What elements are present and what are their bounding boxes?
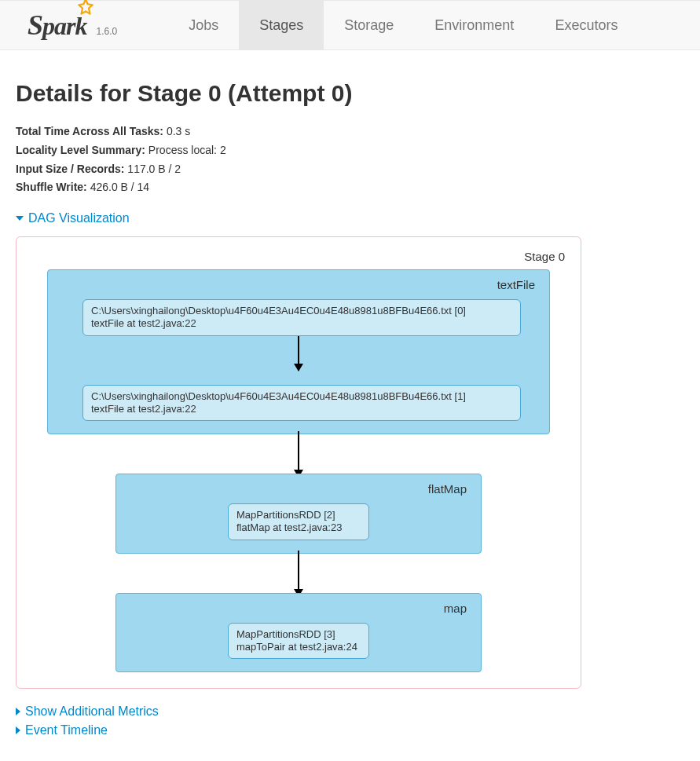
toggle-event-timeline-label: Event Timeline xyxy=(25,723,108,737)
dag-stage-label: Stage 0 xyxy=(32,250,565,263)
brand[interactable]: Spark 1.6.0 xyxy=(27,9,117,42)
dag-cluster-flatmap-label: flatMap xyxy=(127,482,470,496)
toggle-event-timeline[interactable]: Event Timeline xyxy=(16,723,684,737)
navbar: Spark 1.6.0 Jobs Stages Storage Environm… xyxy=(0,0,700,50)
metric-input: Input Size / Records: 117.0 B / 2 xyxy=(16,160,684,179)
dag-node-line2: textFile at test2.java:22 xyxy=(91,317,512,330)
dag-node-line1: MapPartitionsRDD [3] xyxy=(236,628,361,641)
toggle-dag-label: DAG Visualization xyxy=(28,211,130,225)
page-title: Details for Stage 0 (Attempt 0) xyxy=(16,80,684,107)
nav-tab-stages[interactable]: Stages xyxy=(239,1,324,49)
dag-node-textfile-1[interactable]: C:\Users\xinghailong\Desktop\u4F60u4E3Au… xyxy=(82,385,521,422)
metric-shuffle-value: 426.0 B / 14 xyxy=(90,181,150,193)
brand-version: 1.6.0 xyxy=(96,26,117,37)
metric-input-label: Input Size / Records: xyxy=(16,163,124,175)
chevron-right-icon xyxy=(16,708,20,715)
nav-tab-executors[interactable]: Executors xyxy=(534,1,638,49)
dag-connector xyxy=(298,551,299,596)
metric-locality: Locality Level Summary: Process local: 2 xyxy=(16,141,684,160)
dag-cluster-map: map MapPartitionsRDD [3] mapToPair at te… xyxy=(115,593,482,673)
metric-total-time-label: Total Time Across All Tasks: xyxy=(16,125,163,137)
chevron-down-icon xyxy=(16,216,24,221)
metric-shuffle: Shuffle Write: 426.0 B / 14 xyxy=(16,178,684,197)
metrics-list: Total Time Across All Tasks: 0.3 s Local… xyxy=(16,123,684,197)
nav-tab-storage[interactable]: Storage xyxy=(324,1,414,49)
content: Details for Stage 0 (Attempt 0) Total Ti… xyxy=(0,50,700,758)
dag-connector xyxy=(298,431,299,477)
dag-node-line1: C:\Users\xinghailong\Desktop\u4F60u4E3Au… xyxy=(91,390,512,403)
nav-tab-environment[interactable]: Environment xyxy=(414,1,534,49)
dag-cluster-flatmap: flatMap MapPartitionsRDD [2] flatMap at … xyxy=(115,474,482,554)
chevron-right-icon xyxy=(16,726,20,734)
spark-star-icon xyxy=(75,0,96,20)
dag-cluster-map-label: map xyxy=(127,602,470,615)
metric-total-time-value: 0.3 s xyxy=(167,125,190,137)
nav-tab-jobs[interactable]: Jobs xyxy=(168,1,239,49)
dag-node-textfile-0[interactable]: C:\Users\xinghailong\Desktop\u4F60u4E3Au… xyxy=(82,299,521,336)
dag-node-line2: mapToPair at test2.java:24 xyxy=(236,641,361,653)
metric-shuffle-label: Shuffle Write: xyxy=(16,181,87,193)
brand-logo: Spark xyxy=(27,9,86,42)
metric-locality-label: Locality Level Summary: xyxy=(16,144,145,156)
dag-node-flatmap-0[interactable]: MapPartitionsRDD [2] flatMap at test2.ja… xyxy=(228,503,369,540)
dag-cluster-textfile: textFile C:\Users\xinghailong\Desktop\u4… xyxy=(47,269,550,434)
metric-total-time: Total Time Across All Tasks: 0.3 s xyxy=(16,123,684,141)
dag-node-line1: MapPartitionsRDD [2] xyxy=(236,509,361,521)
nav-tabs: Jobs Stages Storage Environment Executor… xyxy=(168,1,638,49)
metric-input-value: 117.0 B / 2 xyxy=(127,163,181,175)
dag-node-map-0[interactable]: MapPartitionsRDD [3] mapToPair at test2.… xyxy=(228,623,369,660)
metric-locality-value: Process local: 2 xyxy=(148,144,226,156)
toggle-additional-metrics[interactable]: Show Additional Metrics xyxy=(16,704,684,719)
dag-connector xyxy=(298,336,299,371)
toggle-dag-visualization[interactable]: DAG Visualization xyxy=(16,211,684,225)
dag-node-line2: flatMap at test2.java:23 xyxy=(236,521,361,534)
dag-visualization: Stage 0 textFile C:\Users\xinghailong\De… xyxy=(16,236,581,689)
dag-node-line1: C:\Users\xinghailong\Desktop\u4F60u4E3Au… xyxy=(91,305,512,317)
dag-node-line2: textFile at test2.java:22 xyxy=(91,403,512,415)
dag-cluster-textfile-label: textFile xyxy=(59,278,538,291)
toggle-additional-metrics-label: Show Additional Metrics xyxy=(25,704,159,719)
